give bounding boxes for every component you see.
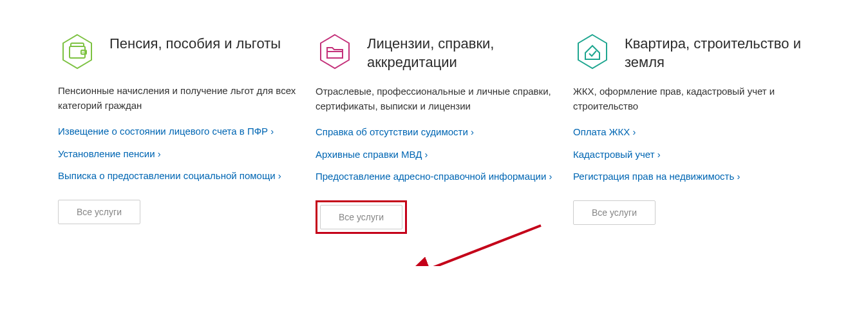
link-mvd-archive[interactable]: Архивные справки МВД xyxy=(316,148,554,162)
link-social-help[interactable]: Выписка о предоставлении социальной помо… xyxy=(58,169,296,184)
folder-icon xyxy=(316,32,354,71)
link-criminal-record[interactable]: Справка об отсутствии судимости xyxy=(316,125,554,140)
house-check-icon xyxy=(573,32,612,71)
link-pfr-account[interactable]: Извещение о состоянии лицевого счета в П… xyxy=(58,124,296,139)
highlight-box: Все услуги xyxy=(316,200,407,234)
card-links: Извещение о состоянии лицевого счета в П… xyxy=(58,124,296,184)
link-address-info[interactable]: Предоставление адресно-справочной информ… xyxy=(316,169,554,184)
card-title: Квартира, строительство и земля xyxy=(625,32,811,72)
card-apartment: Квартира, строительство и земля ЖКХ, офо… xyxy=(573,32,811,234)
card-links: Справка об отсутствии судимости Архивные… xyxy=(316,125,554,184)
card-description: Отраслевые, профессиональные и личные сп… xyxy=(316,84,554,113)
all-services-button[interactable]: Все услуги xyxy=(58,200,140,224)
card-description: ЖКХ, оформление прав, кадастровый учет и… xyxy=(573,84,811,113)
wallet-icon xyxy=(58,32,97,71)
card-title: Пенсия, пособия и льготы xyxy=(109,32,281,53)
card-header: Квартира, строительство и земля xyxy=(573,32,811,72)
card-description: Пенсионные начисления и получение льгот … xyxy=(58,84,296,113)
card-links: Оплата ЖКХ Кадастровый учет Регистрация … xyxy=(573,125,811,184)
service-categories: Пенсия, пособия и льготы Пенсионные начи… xyxy=(13,32,855,234)
all-services-button-highlighted[interactable]: Все услуги xyxy=(320,205,402,229)
all-services-button[interactable]: Все услуги xyxy=(573,200,656,225)
svg-line-4 xyxy=(425,225,541,266)
svg-point-2 xyxy=(82,52,84,53)
link-utilities-payment[interactable]: Оплата ЖКХ xyxy=(573,125,811,140)
card-header: Лицензии, справки, аккредитации xyxy=(316,32,554,72)
card-header: Пенсия, пособия и льготы xyxy=(58,32,296,71)
link-cadastral[interactable]: Кадастровый учет xyxy=(573,148,811,162)
link-property-rights[interactable]: Регистрация прав на недвижимость xyxy=(573,169,811,184)
card-title: Лицензии, справки, аккредитации xyxy=(367,32,554,72)
link-pension-set[interactable]: Установление пенсии xyxy=(58,147,296,162)
card-pension: Пенсия, пособия и льготы Пенсионные начи… xyxy=(58,32,296,234)
arrow-annotation-icon xyxy=(412,219,554,266)
card-licenses: Лицензии, справки, аккредитации Отраслев… xyxy=(316,32,554,234)
